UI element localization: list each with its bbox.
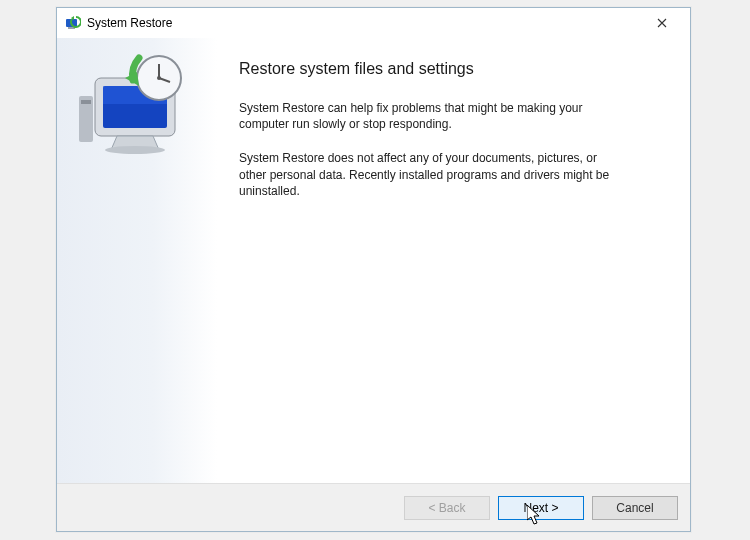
restore-illustration xyxy=(77,50,197,160)
next-button[interactable]: Next > xyxy=(498,496,584,520)
intro-paragraph-1: System Restore can help fix problems tha… xyxy=(239,100,619,132)
intro-paragraph-2: System Restore does not affect any of yo… xyxy=(239,150,619,199)
main-content: Restore system files and settings System… xyxy=(217,38,690,483)
svg-rect-4 xyxy=(81,100,91,104)
close-button[interactable] xyxy=(640,9,684,37)
wizard-footer: < Back Next > Cancel xyxy=(57,483,690,531)
system-restore-icon xyxy=(65,15,81,31)
page-heading: Restore system files and settings xyxy=(239,60,664,78)
system-restore-window: System Restore xyxy=(56,7,691,532)
window-title: System Restore xyxy=(87,16,172,30)
cancel-button[interactable]: Cancel xyxy=(592,496,678,520)
sidebar xyxy=(57,38,217,483)
svg-point-8 xyxy=(105,146,165,154)
client-area: Restore system files and settings System… xyxy=(57,38,690,483)
titlebar: System Restore xyxy=(57,8,690,38)
back-button: < Back xyxy=(404,496,490,520)
